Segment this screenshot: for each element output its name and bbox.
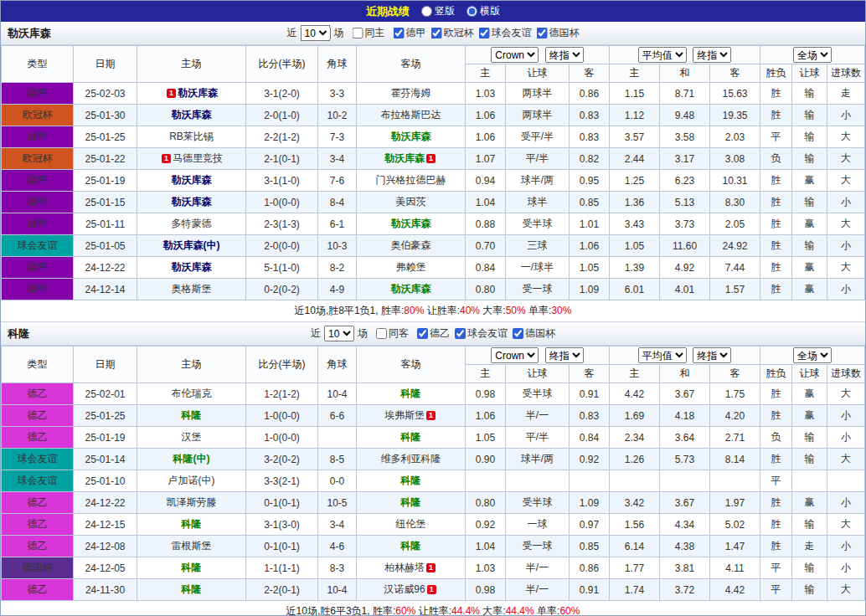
result-cell: 小 (827, 235, 865, 257)
odds-cell: 0.85 (570, 536, 610, 557)
layout-radio-horizontal[interactable] (467, 6, 477, 17)
layout-radio-vertical[interactable] (421, 6, 432, 17)
corner-cell: 4-9 (318, 279, 357, 300)
layout-option-horizontal[interactable]: 横版 (467, 4, 500, 18)
avg-odds-cell: 9.48 (660, 105, 710, 126)
full-match-select[interactable]: 全场 (793, 47, 832, 63)
league-checkbox-input[interactable] (479, 28, 490, 38)
same-venue-checkbox[interactable] (376, 328, 387, 339)
match-row: 德乙24-12-15科隆3-1(3-0)3-4纽伦堡0.92一球0.971.56… (2, 514, 865, 536)
team-label: 勒沃库森 (391, 218, 431, 229)
avg-odds-cell: 3.72 (660, 579, 710, 601)
league-filter-checkbox[interactable]: 球会友谊 (455, 326, 508, 341)
avg-odds-cell (660, 470, 710, 492)
bookmaker-select[interactable]: Crown (491, 347, 539, 363)
corner-cell: 4-6 (318, 536, 357, 557)
section-filters: 近 10 场 同主 德甲欧冠杯球会友谊德国杯 (287, 25, 580, 41)
corner-cell: 10-4 (318, 383, 357, 405)
league-cell: 德甲 (2, 83, 74, 105)
subheader-odds-away: 客 (570, 365, 610, 383)
subheader-avg-away: 客 (710, 64, 760, 83)
team-label: 勒沃库森 (384, 152, 425, 164)
section-summary: 近10场,胜6平3负1, 胜率:60% 让胜率:44.4% 大率:44.4% 单… (1, 601, 865, 616)
section-header-bar: 科隆 近 10 场 同客 德乙球会友谊德国杯 (1, 322, 865, 346)
result-cell: 胜 (760, 536, 792, 557)
result-cell: 输 (792, 449, 827, 470)
summary-segment: 近10场,胜6平3负1, 胜率: (286, 605, 396, 616)
result-cell: 胜 (760, 235, 792, 257)
match-count-select[interactable]: 10 (301, 25, 331, 41)
summary-segment: 40% (460, 305, 480, 316)
average-final-select[interactable]: 终指 (693, 347, 731, 363)
same-venue-filter[interactable]: 同客 (376, 326, 409, 341)
avg-odds-cell: 5.13 (660, 192, 710, 213)
same-venue-filter[interactable]: 同主 (353, 26, 385, 40)
avg-odds-cell: 1.47 (710, 536, 760, 557)
league-filter-checkbox[interactable]: 德甲 (394, 26, 426, 40)
odds-cell: 0.88 (466, 213, 506, 235)
match-row: 欧冠杯25-01-221马德里竞技2-1(0-1)3-4勒沃库森11.07平/半… (2, 148, 865, 170)
league-filter-checkbox[interactable]: 球会友谊 (479, 26, 532, 40)
bookmaker-select[interactable]: Crown (491, 47, 539, 63)
result-cell: 胜 (760, 514, 792, 536)
team-label: 科隆(中) (173, 453, 210, 465)
date-cell: 25-01-15 (74, 192, 137, 213)
summary-segment: 30% (551, 305, 571, 316)
date-cell: 25-01-10 (74, 470, 137, 492)
subheader-result-goals: 进球数 (827, 365, 865, 383)
avg-odds-cell: 3.73 (660, 213, 710, 235)
result-cell: 小 (827, 405, 865, 427)
avg-odds-cell: 8.14 (710, 449, 760, 470)
home-team-cell: 雷根斯堡 (137, 536, 246, 557)
score-cell: 3-3(2-1) (246, 470, 318, 492)
result-cell: 小 (827, 557, 865, 579)
date-cell: 24-11-30 (74, 579, 137, 601)
avg-odds-cell: 4.20 (710, 405, 760, 427)
odds-cell: 0.85 (570, 192, 610, 213)
same-venue-checkbox[interactable] (353, 28, 363, 38)
average-select[interactable]: 平均值 (638, 47, 687, 63)
final-odds-select[interactable]: 终指 (545, 47, 584, 63)
league-filter-checkbox[interactable]: 欧冠杯 (431, 26, 474, 40)
league-filter-checkbox[interactable]: 德国杯 (537, 26, 580, 40)
league-checkbox-input[interactable] (455, 328, 466, 339)
league-checkbox-input[interactable] (513, 328, 523, 339)
score-cell: 0-1(0-1) (246, 536, 318, 557)
odds-cell: 0.91 (570, 383, 610, 405)
avg-odds-cell: 3.17 (660, 148, 710, 170)
league-checkbox-input[interactable] (537, 28, 548, 38)
match-row: 球会友谊25-01-10卢加诺(中)3-3(2-1)0-0科隆平 (2, 470, 865, 492)
odds-cell: 1.06 (466, 405, 506, 427)
league-cell: 德甲 (2, 257, 74, 279)
league-cell: 德乙 (2, 383, 74, 405)
team-label: 美因茨 (396, 196, 426, 208)
avg-odds-cell: 1.05 (610, 235, 660, 257)
section-summary: 近10场,胜8平1负1, 胜率:80% 让胜率:40% 大率:50% 单率:30… (1, 300, 865, 322)
final-odds-select[interactable]: 终指 (545, 347, 584, 363)
match-count-select[interactable]: 10 (324, 326, 354, 341)
result-cell: 胜 (760, 170, 792, 192)
result-cell: 赢 (792, 492, 827, 514)
avg-odds-cell: 2.05 (710, 213, 760, 235)
league-filter-checkbox[interactable]: 德国杯 (513, 326, 555, 341)
team-label: 勒沃库森 (391, 131, 431, 142)
full-match-header: 全场 (760, 46, 865, 64)
result-cell: 平 (760, 579, 792, 601)
average-select[interactable]: 平均值 (638, 347, 687, 363)
average-final-select[interactable]: 终指 (693, 47, 731, 63)
league-checkbox-input[interactable] (417, 328, 428, 339)
away-team-cell: 科隆 (357, 536, 466, 557)
full-match-select[interactable]: 全场 (793, 347, 832, 363)
league-checkbox-input[interactable] (431, 28, 442, 38)
layout-option-vertical[interactable]: 竖版 (421, 4, 455, 18)
league-checkbox-input[interactable] (394, 28, 405, 38)
date-cell: 25-01-30 (74, 105, 137, 126)
table-header-group-row: 类型 日期 主场 比分(半场) 角球 客场 Crown 终指 平均值 终指 (2, 346, 865, 365)
league-cell: 欧冠杯 (2, 105, 74, 126)
subheader-avg-home: 主 (610, 64, 660, 83)
odds-cell: 0.98 (466, 383, 506, 405)
match-rows: 德乙25-02-01布伦瑞克1-2(1-2)10-4科隆0.98受半球0.914… (2, 383, 865, 601)
match-row: 德甲25-01-11多特蒙德2-3(1-3)6-1勒沃库森0.88受半球1.01… (2, 213, 865, 235)
league-filter-checkbox[interactable]: 德乙 (417, 326, 450, 341)
away-team-cell: 汉诺威961 (357, 579, 466, 601)
